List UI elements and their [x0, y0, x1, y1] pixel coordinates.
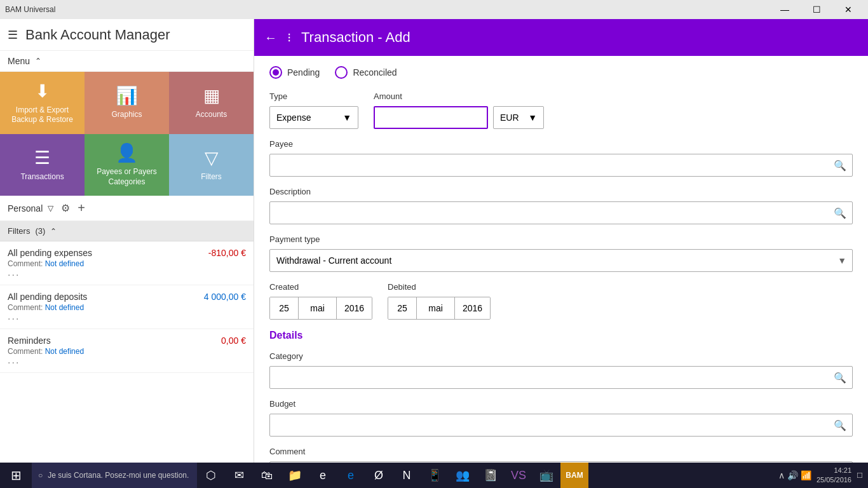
tile-filters[interactable]: ▽ Filters	[169, 134, 254, 196]
transaction-amount-deposits: 4 000,00 €	[204, 292, 246, 302]
description-input-wrapper: 🔍	[269, 201, 853, 224]
tile-accounts[interactable]: ▦ Accounts	[169, 72, 254, 134]
debited-month-input[interactable]	[417, 297, 455, 319]
maximize-button[interactable]: ☐	[802, 0, 831, 19]
account-name: Personal	[8, 203, 43, 214]
account-gear-icon[interactable]: ⚙	[61, 202, 70, 214]
description-input[interactable]	[269, 201, 853, 224]
comment-field: Comment 🔍	[269, 447, 853, 463]
tile-transactions[interactable]: ☰ Transactions	[0, 134, 85, 196]
filters-section: Filters (3) ⌃	[0, 221, 254, 241]
type-label: Type	[269, 92, 358, 101]
radio-reconciled-btn[interactable]	[335, 66, 348, 79]
created-day-input[interactable]	[270, 297, 299, 319]
notebook-app[interactable]: 📓	[477, 463, 505, 488]
minimize-button[interactable]: —	[770, 0, 799, 19]
back-button[interactable]: ←	[264, 30, 277, 45]
filters-icon: ▽	[205, 147, 219, 168]
category-input[interactable]	[269, 366, 853, 389]
debited-date-group: Debited	[388, 282, 491, 320]
tile-import[interactable]: ⬇ Import & ExportBackup & Restore	[0, 72, 85, 134]
amount-label: Amount	[374, 92, 544, 101]
payment-type-select[interactable]: Withdrawal - Current account	[269, 249, 853, 272]
tile-graphics[interactable]: 📊 Graphics	[85, 72, 169, 134]
amount-input[interactable]	[374, 106, 488, 129]
radio-reconciled[interactable]: Reconciled	[335, 66, 397, 79]
notification-icon[interactable]: ☐	[857, 471, 863, 480]
transaction-item-deposits[interactable]: All pending deposits 4 000,00 € Comment:…	[0, 285, 254, 329]
comment-value-expenses: Not defined	[45, 259, 84, 268]
accounts-icon: ▦	[203, 85, 220, 106]
cortana-search[interactable]: ○ Je suis Cortana. Posez-moi une questio…	[32, 463, 197, 488]
edge-app[interactable]: e	[309, 463, 337, 488]
transaction-dots-expenses: ···	[8, 269, 20, 280]
radio-pending-btn[interactable]	[269, 66, 282, 79]
created-month-input[interactable]	[299, 297, 337, 319]
taskbar-app-misc[interactable]: 📺	[532, 463, 560, 488]
payee-input[interactable]	[269, 154, 853, 177]
transaction-item-reminders[interactable]: Reminders 0,00 € Comment: Not defined ··…	[0, 329, 254, 373]
taskbar-date-value: 25/05/2016	[817, 475, 851, 485]
radio-pending[interactable]: Pending	[269, 66, 320, 79]
comment-value-deposits: Not defined	[45, 303, 84, 312]
category-search-icon: 🔍	[834, 372, 846, 384]
import-icon: ⬇	[35, 81, 50, 102]
debited-day-input[interactable]	[388, 297, 417, 319]
created-year-input[interactable]	[337, 297, 372, 319]
tile-payees[interactable]: 👤 Payees or PayersCategories	[85, 134, 169, 196]
radio-group: Pending Reconciled	[269, 66, 853, 79]
type-amount-row: Type Expense ▼ Amount EUR ▼	[269, 92, 853, 129]
description-field: Description 🔍	[269, 187, 853, 224]
menu-label: Menu	[8, 56, 30, 66]
vs-app[interactable]: VS	[505, 463, 532, 488]
account-add-icon[interactable]: +	[78, 201, 85, 215]
radio-pending-label: Pending	[287, 67, 320, 78]
filters-chevron-icon[interactable]: ⌃	[50, 227, 57, 236]
budget-field: Budget 🔍	[269, 399, 853, 437]
window-controls: — ☐ ✕	[770, 0, 863, 19]
transaction-item-expenses[interactable]: All pending expenses -810,00 € Comment: …	[0, 241, 254, 285]
payment-type-field: Payment type Withdrawal - Current accoun…	[269, 234, 853, 272]
transaction-header: ← ⁝ Transaction - Add	[254, 19, 868, 56]
files-app[interactable]: 📁	[281, 463, 309, 488]
debited-year-input[interactable]	[455, 297, 490, 319]
menu-bar: Menu ⌃	[0, 51, 254, 72]
tile-transactions-label: Transactions	[20, 172, 64, 182]
bam-app[interactable]: BAM	[560, 463, 588, 488]
transactions-icon: ☰	[34, 147, 50, 168]
transaction-list: All pending expenses -810,00 € Comment: …	[0, 241, 254, 463]
amount-field: Amount EUR ▼	[374, 92, 544, 129]
ie-app[interactable]: e	[337, 463, 365, 488]
category-input-wrapper: 🔍	[269, 366, 853, 389]
menu-chevron-icon[interactable]: ⌃	[35, 57, 41, 65]
hamburger-icon[interactable]: ☰	[8, 28, 18, 42]
tile-filters-label: Filters	[201, 172, 222, 182]
taskbar: ⊞ ○ Je suis Cortana. Posez-moi une quest…	[0, 463, 868, 488]
created-date-inputs	[269, 297, 372, 320]
taskbar-system-icons: ∧ 🔊 📶	[778, 470, 811, 480]
sidebar: ☰ Bank Account Manager Menu ⌃ ⬇ Import &…	[0, 19, 254, 463]
account-chevron-icon[interactable]: ▽	[48, 204, 53, 213]
taskbar-clock: 14:21 25/05/2016	[817, 466, 851, 485]
phone-app[interactable]: 📱	[421, 463, 449, 488]
filters-count: (3)	[35, 226, 45, 236]
people-app[interactable]: 👥	[449, 463, 477, 488]
tile-import-label: Import & ExportBackup & Restore	[11, 105, 73, 125]
taskview-button[interactable]: ⬡	[197, 463, 225, 488]
payment-type-label: Payment type	[269, 234, 853, 244]
onenote-app[interactable]: N	[393, 463, 421, 488]
budget-input-wrapper: 🔍	[269, 414, 853, 437]
close-button[interactable]: ✕	[834, 0, 863, 19]
header-title: Transaction - Add	[301, 29, 410, 46]
mail-app[interactable]: ✉	[225, 463, 253, 488]
type-field: Type Expense ▼	[269, 92, 358, 129]
category-label: Category	[269, 351, 853, 361]
currency-select[interactable]: EUR ▼	[493, 106, 544, 129]
type-select[interactable]: Expense ▼	[269, 106, 358, 129]
filters-label: Filters	[8, 226, 30, 236]
start-button[interactable]: ⊞	[0, 463, 32, 488]
outlook-app[interactable]: Ø	[365, 463, 393, 488]
budget-input[interactable]	[269, 414, 853, 437]
store-app[interactable]: 🛍	[253, 463, 281, 488]
description-label: Description	[269, 187, 853, 196]
